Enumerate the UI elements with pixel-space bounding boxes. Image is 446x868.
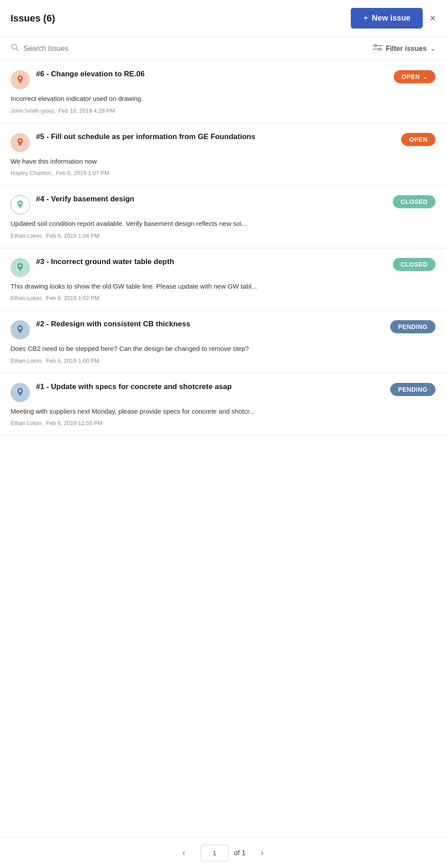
issue-description: This drawing looks to show the old GW ta… [11, 282, 435, 292]
svg-point-13 [19, 389, 21, 391]
status-badge[interactable]: CLOSED [393, 195, 435, 208]
header-actions: + New issue × [351, 8, 435, 29]
status-badge[interactable]: PENDING [390, 320, 435, 333]
filter-label: Filter issues [386, 45, 427, 53]
close-button[interactable]: × [430, 13, 435, 24]
search-icon [11, 43, 19, 54]
status-label: PENDING [398, 323, 428, 330]
issue-meta: Hayley Charlton, Feb 6, 2019 1:07 PM [11, 170, 435, 176]
svg-point-11 [19, 264, 21, 266]
issue-description: Updated soil condition report available.… [11, 219, 435, 229]
status-label: CLOSED [401, 198, 428, 205]
svg-point-9 [19, 139, 21, 141]
filter-button[interactable]: Filter issues ⌄ [373, 43, 435, 54]
issue-title: #6 - Change elevation to RE.06 [36, 69, 145, 79]
issue-meta: Ethan Loton, Feb 6, 2019 1:02 PM [11, 295, 435, 301]
page-input-wrap: of 1 [201, 845, 246, 861]
new-issue-label: New issue [372, 14, 410, 23]
issue-description: Does CB2 need to be stepped here? Can th… [11, 344, 435, 354]
page-number-input[interactable] [201, 845, 229, 861]
issue-meta: Ethan Loton, Feb 6, 2019 1:00 PM [11, 357, 435, 364]
issue-avatar [11, 320, 30, 339]
issue-description: We have this information now [11, 157, 435, 167]
next-page-button[interactable]: › [254, 845, 270, 861]
status-badge[interactable]: PENDING [390, 383, 435, 396]
search-left [11, 43, 373, 54]
issue-avatar [11, 133, 30, 152]
svg-point-10 [19, 202, 21, 204]
issue-description: Meeting with suppliers next Monday, plea… [11, 407, 435, 417]
issue-header: #2 - Redesign with consistent CB thickne… [11, 319, 435, 339]
filter-icon [373, 43, 382, 54]
issue-description: Incorrect elevation indicator used on dr… [11, 94, 435, 104]
status-chevron-icon: ⌄ [423, 74, 428, 80]
issue-avatar [11, 70, 30, 89]
issue-title: #3 - Incorrect ground water table depth [36, 257, 174, 267]
issue-left: #2 - Redesign with consistent CB thickne… [11, 319, 190, 339]
issue-item[interactable]: #6 - Change elevation to RE.06 OPEN ⌄ In… [0, 61, 446, 123]
status-label: OPEN [409, 136, 428, 143]
search-input[interactable] [24, 45, 373, 53]
status-badge[interactable]: CLOSED [393, 258, 435, 271]
issue-header: #5 - Fill out schedule as per informatio… [11, 132, 435, 152]
issue-left: #6 - Change elevation to RE.06 [11, 69, 145, 89]
status-label: PENDING [398, 386, 428, 393]
issue-avatar [11, 258, 30, 277]
close-icon: × [430, 13, 435, 24]
issue-item[interactable]: #3 - Incorrect ground water table depth … [0, 248, 446, 311]
issue-header: #3 - Incorrect ground water table depth … [11, 257, 435, 277]
issue-avatar [11, 383, 30, 402]
issue-left: #1 - Update with specs for concrete and … [11, 382, 232, 402]
issue-avatar [11, 195, 30, 214]
pagination: ‹ of 1 › [0, 837, 446, 868]
svg-point-8 [19, 77, 21, 79]
status-label: CLOSED [401, 261, 428, 268]
issue-left: #3 - Incorrect ground water table depth [11, 257, 174, 277]
page-title: Issues (6) [11, 13, 55, 24]
issue-header: #6 - Change elevation to RE.06 OPEN ⌄ [11, 69, 435, 89]
prev-page-button[interactable]: ‹ [176, 845, 192, 861]
status-label: OPEN [402, 73, 420, 80]
issue-title: #1 - Update with specs for concrete and … [36, 382, 232, 392]
status-badge[interactable]: OPEN [401, 133, 435, 146]
issue-left: #4 - Verify basement design [11, 194, 134, 214]
issues-list: #6 - Change elevation to RE.06 OPEN ⌄ In… [0, 61, 446, 436]
issue-header: #4 - Verify basement design CLOSED [11, 194, 435, 214]
svg-line-1 [16, 49, 18, 51]
svg-point-12 [19, 327, 21, 329]
issue-item[interactable]: #2 - Redesign with consistent CB thickne… [0, 311, 446, 373]
issue-title: #5 - Fill out schedule as per informatio… [36, 132, 255, 142]
search-bar: Filter issues ⌄ [0, 37, 446, 61]
issue-title: #2 - Redesign with consistent CB thickne… [36, 319, 190, 329]
issue-header: #1 - Update with specs for concrete and … [11, 382, 435, 402]
plus-icon: + [363, 13, 368, 23]
header: Issues (6) + New issue × [0, 0, 446, 37]
issue-item[interactable]: #1 - Update with specs for concrete and … [0, 373, 446, 436]
issue-title: #4 - Verify basement design [36, 194, 134, 204]
issue-item[interactable]: #5 - Fill out schedule as per informatio… [0, 123, 446, 186]
issue-left: #5 - Fill out schedule as per informatio… [11, 132, 255, 152]
issue-meta: Ethan Loton, Feb 6, 2019 1:04 PM [11, 232, 435, 239]
issue-item[interactable]: #4 - Verify basement design CLOSED Updat… [0, 186, 446, 248]
issue-meta: John Smith (you), Feb 18, 2019 4:28 PM [11, 107, 435, 114]
status-badge[interactable]: OPEN ⌄ [394, 70, 435, 83]
page-of-label: of 1 [234, 849, 246, 857]
new-issue-button[interactable]: + New issue [351, 8, 423, 29]
issue-meta: Ethan Loton, Feb 6, 2019 12:55 PM [11, 420, 435, 426]
filter-chevron-icon: ⌄ [430, 45, 435, 52]
